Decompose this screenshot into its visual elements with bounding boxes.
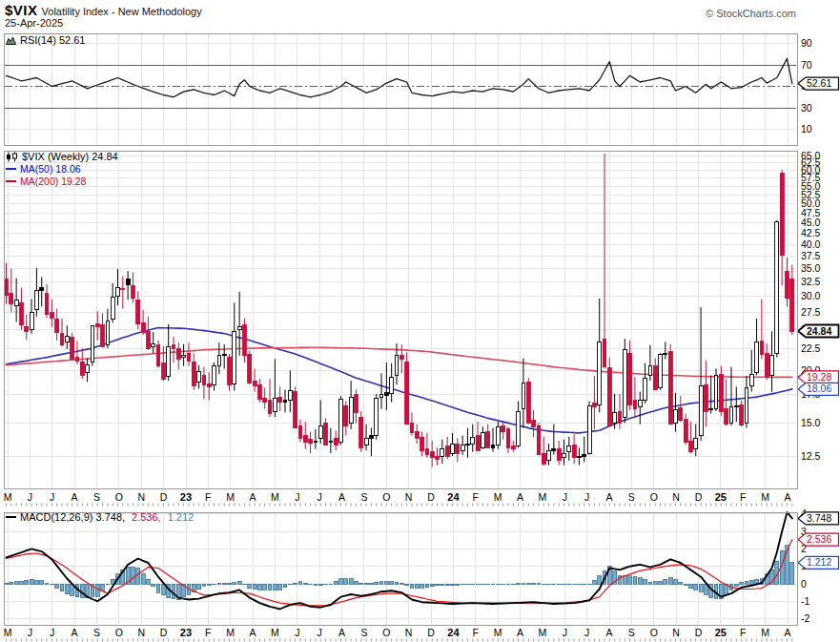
- svg-text:A: A: [72, 491, 78, 503]
- svg-text:J: J: [295, 491, 299, 503]
- macd-line-icon: [6, 516, 16, 518]
- copyright-label: © StockCharts.com: [706, 8, 796, 19]
- svg-text:N: N: [405, 491, 413, 503]
- svg-text:S: S: [360, 491, 367, 503]
- svg-text:30.0: 30.0: [801, 290, 821, 301]
- svg-text:S: S: [93, 627, 100, 638]
- svg-text:24: 24: [447, 627, 460, 638]
- svg-text:25: 25: [715, 627, 727, 638]
- stockcharts-vix-chart: 907050301065.062.560.057.555.052.550.047…: [0, 0, 840, 642]
- ma50-legend-label: MA(50) 18.06: [20, 163, 81, 175]
- svg-text:J: J: [584, 627, 589, 638]
- svg-text:25: 25: [715, 491, 727, 503]
- svg-text:S: S: [360, 627, 367, 638]
- svg-text:M: M: [761, 491, 769, 503]
- macd-legend-label: MACD(12,26,9) 3.748,: [20, 511, 125, 523]
- svg-text:23: 23: [180, 627, 192, 638]
- svg-text:35.0: 35.0: [801, 262, 821, 274]
- svg-text:A: A: [72, 627, 78, 638]
- symbol-label: $VIX: [5, 2, 38, 18]
- svg-text:A: A: [250, 491, 256, 503]
- ma200-legend-label: MA(200) 19.28: [20, 176, 86, 187]
- svg-text:M: M: [226, 627, 235, 638]
- close-last-badge: 24.84: [798, 325, 839, 338]
- svg-text:70: 70: [801, 59, 812, 71]
- ma200-last-badge: 19.28: [798, 371, 839, 383]
- candlestick-icon: [6, 152, 18, 162]
- svg-text:J: J: [295, 627, 299, 638]
- macd-last-badge: 3.748: [798, 512, 839, 525]
- svg-text:A: A: [250, 627, 256, 638]
- svg-text:A: A: [605, 491, 612, 503]
- svg-text:F: F: [740, 491, 746, 503]
- svg-text:M: M: [271, 491, 279, 503]
- ma200-line-icon: [6, 180, 16, 182]
- svg-text:A: A: [338, 627, 345, 638]
- svg-text:D: D: [160, 491, 168, 503]
- macd-line: [7, 512, 792, 610]
- svg-text:-2: -2: [801, 612, 809, 624]
- svg-text:D: D: [160, 627, 168, 638]
- svg-text:S: S: [628, 491, 635, 503]
- ma200-legend: MA(200) 19.28: [6, 176, 86, 187]
- svg-text:52.61: 52.61: [807, 77, 831, 89]
- svg-text:-1: -1: [801, 595, 809, 607]
- svg-text:32.5: 32.5: [801, 276, 821, 287]
- svg-text:18.06: 18.06: [807, 383, 831, 394]
- svg-text:D: D: [427, 491, 435, 503]
- ma50-last-badge: 18.06: [798, 383, 839, 395]
- svg-text:J: J: [28, 491, 32, 503]
- rsi-last-badge: 52.61: [798, 77, 839, 90]
- svg-text:F: F: [205, 491, 211, 503]
- svg-text:F: F: [205, 627, 211, 638]
- svg-text:M: M: [539, 491, 547, 503]
- svg-text:30: 30: [801, 102, 812, 114]
- svg-text:15.0: 15.0: [801, 417, 821, 428]
- svg-text:M: M: [226, 491, 235, 503]
- main-panel-border: [4, 151, 797, 488]
- svg-text:N: N: [137, 491, 145, 503]
- svg-text:27.5: 27.5: [801, 306, 821, 318]
- svg-text:M: M: [271, 627, 279, 638]
- svg-text:D: D: [427, 627, 435, 638]
- svg-text:F: F: [473, 627, 479, 638]
- ma50-legend: MA(50) 18.06: [6, 163, 81, 175]
- svg-text:M: M: [539, 627, 547, 638]
- svg-text:42.5: 42.5: [801, 227, 821, 238]
- svg-text:40.0: 40.0: [801, 238, 821, 250]
- svg-text:M: M: [4, 627, 12, 638]
- macd-panel-border: [4, 512, 797, 625]
- svg-text:N: N: [672, 491, 680, 503]
- chart-subtitle: Volatility Index - New Methodology: [42, 6, 202, 17]
- macd-legend: MACD(12,26,9) 3.748, 2.536, 1.212: [6, 511, 194, 523]
- svg-text:M: M: [4, 491, 12, 503]
- svg-text:M: M: [494, 491, 502, 503]
- svg-text:O: O: [650, 491, 658, 503]
- svg-text:J: J: [584, 491, 589, 503]
- area-chart-icon: [6, 35, 16, 46]
- svg-text:J: J: [318, 491, 322, 503]
- svg-text:M: M: [494, 627, 502, 638]
- svg-text:F: F: [740, 627, 746, 638]
- ma200-line: [7, 347, 792, 377]
- svg-text:J: J: [50, 491, 54, 503]
- svg-text:A: A: [338, 491, 345, 503]
- svg-text:J: J: [50, 627, 54, 638]
- svg-text:M: M: [761, 627, 769, 638]
- rsi-line: [7, 58, 792, 97]
- svg-text:37.5: 37.5: [801, 250, 821, 261]
- rsi-legend: RSI(14) 52.61: [6, 34, 85, 46]
- svg-text:J: J: [318, 627, 322, 638]
- svg-text:N: N: [405, 627, 413, 638]
- svg-text:F: F: [473, 491, 479, 503]
- macd-hist-value: 1.212: [168, 511, 195, 523]
- svg-text:N: N: [672, 627, 680, 638]
- chart-date: 25-Apr-2025: [5, 17, 63, 29]
- svg-text:O: O: [115, 491, 123, 503]
- svg-text:2.536: 2.536: [807, 533, 831, 545]
- svg-text:3.748: 3.748: [807, 512, 831, 524]
- svg-text:22.5: 22.5: [801, 342, 821, 354]
- svg-text:12.5: 12.5: [801, 450, 821, 462]
- svg-text:A: A: [784, 491, 790, 503]
- svg-text:1.212: 1.212: [807, 556, 831, 568]
